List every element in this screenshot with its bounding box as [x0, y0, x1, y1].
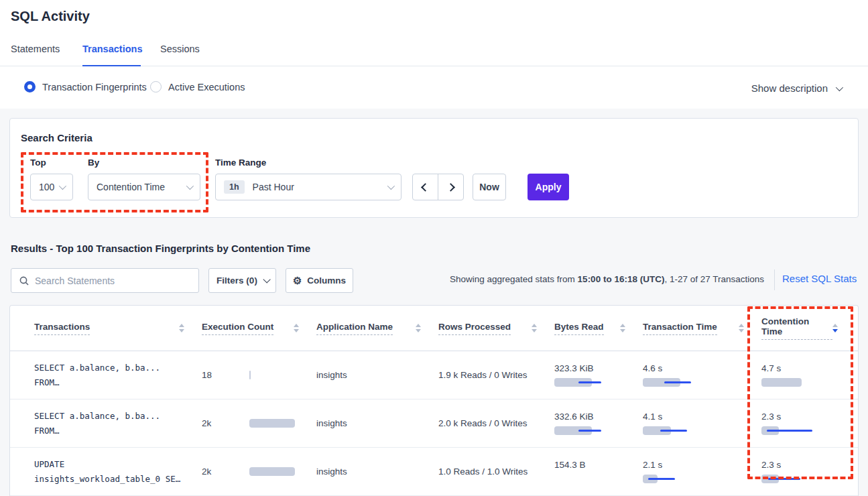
column-header-bytes-read[interactable]: Bytes Read [554, 322, 643, 335]
radio-active-executions[interactable]: Active Executions [150, 81, 245, 92]
radio-transaction-fingerprints[interactable]: Transaction Fingerprints [24, 81, 147, 92]
table-row[interactable]: SELECT a.balance, b.ba... FROM… 18 insig… [10, 351, 858, 399]
sort-icon[interactable] [179, 324, 184, 332]
contention-time-cell: 2.3 s [761, 460, 855, 484]
column-header-rows-processed[interactable]: Rows Processed [438, 322, 554, 335]
stats-prefix: Showing aggregated stats from [450, 274, 578, 284]
application-name-cell: insights [316, 370, 438, 380]
filters-label: Filters (0) [216, 275, 257, 286]
execution-count-bar [249, 419, 295, 428]
table-header-row: Transactions Execution Count Application… [10, 306, 858, 351]
application-name-cell: insights [316, 418, 438, 428]
time-nav-group [412, 174, 464, 200]
sort-icon[interactable] [416, 324, 421, 332]
table-row[interactable]: SELECT a.balance, b.ba... FROM… 2k insig… [10, 399, 858, 448]
top-label: Top [30, 158, 46, 168]
results-heading: Results - Top 100 Transaction Fingerprin… [11, 243, 310, 254]
by-select[interactable]: Contention Time [88, 174, 200, 200]
sql-fingerprint[interactable]: SELECT a.balance, b.ba... FROM… [34, 409, 202, 438]
radio-label: Active Executions [168, 82, 245, 92]
by-select-value: Contention Time [97, 182, 186, 192]
sort-icon[interactable] [620, 324, 625, 332]
apply-button[interactable]: Apply [528, 174, 569, 200]
bytes-read-cell: 154.3 B [554, 460, 643, 484]
search-criteria-heading: Search Criteria [21, 132, 92, 143]
execution-count-cell: 2k [202, 467, 316, 477]
bytes-read-cell: 332.6 KiB [554, 412, 643, 436]
rows-processed-cell: 1.0 Reads / 1.0 Writes [438, 467, 554, 477]
column-header-application-name[interactable]: Application Name [316, 322, 438, 335]
stddev-line [648, 478, 675, 481]
tab-sessions[interactable]: Sessions [160, 44, 200, 54]
stddev-line [767, 430, 812, 432]
table-row[interactable]: UPDATE insights_workload_table_0 SE… 2k … [10, 448, 858, 496]
now-button[interactable]: Now [473, 174, 506, 200]
stddev-line [578, 430, 601, 432]
sort-icon[interactable] [532, 324, 537, 332]
search-input[interactable] [35, 275, 190, 286]
stats-time-range: 15:00 to 16:18 (UTC) [578, 274, 665, 284]
search-statements-box[interactable] [11, 268, 199, 293]
column-header-transactions[interactable]: Transactions [34, 322, 202, 335]
contention-time-cell: 2.3 s [761, 412, 855, 436]
stddev-line [578, 381, 601, 384]
sql-fingerprint[interactable]: UPDATE insights_workload_table_0 SE… [34, 457, 202, 487]
next-time-button[interactable] [438, 174, 464, 200]
radio-selected-icon[interactable] [24, 81, 36, 92]
stddev-line [660, 430, 687, 432]
chevron-down-icon [387, 182, 395, 190]
transactions-table: Transactions Execution Count Application… [9, 305, 859, 496]
show-description-toggle[interactable]: Show description [751, 82, 841, 94]
view-toggle-row: Transaction Fingerprints Active Executio… [0, 66, 868, 109]
column-header-transaction-time[interactable]: Transaction Time [643, 322, 761, 335]
column-header-execution-count[interactable]: Execution Count [202, 322, 316, 335]
show-description-label: Show description [751, 82, 828, 94]
transaction-time-cell: 4.1 s [643, 412, 761, 436]
tab-statements[interactable]: Statements [11, 44, 60, 54]
search-icon [19, 276, 29, 286]
execution-count-bar [249, 467, 295, 476]
page-title: SQL Activity [11, 9, 90, 24]
chevron-right-icon [446, 183, 455, 192]
tab-bar: Statements Transactions Sessions [0, 39, 868, 66]
transaction-time-cell: 4.6 s [643, 363, 761, 387]
tab-transactions[interactable]: Transactions [82, 44, 142, 54]
time-range-select[interactable]: 1h Past Hour [215, 174, 401, 200]
divider [774, 269, 775, 290]
column-header-contention-time[interactable]: Contention Time [761, 316, 855, 340]
time-range-label: Time Range [215, 158, 266, 168]
execution-count-cell: 2k [202, 418, 316, 428]
time-range-badge: 1h [224, 180, 245, 194]
chevron-down-icon [263, 275, 270, 283]
reset-sql-stats-link[interactable]: Reset SQL Stats [782, 273, 857, 284]
top-select[interactable]: 100 [30, 174, 73, 200]
radio-label: Transaction Fingerprints [42, 82, 147, 92]
stddev-line [768, 478, 800, 481]
prev-time-button[interactable] [413, 174, 438, 200]
chevron-down-icon [836, 83, 843, 90]
chevron-down-icon [59, 182, 66, 190]
chevron-left-icon [421, 183, 430, 192]
chevron-down-icon [186, 182, 194, 190]
sort-icon[interactable] [739, 324, 744, 332]
columns-label: Columns [307, 275, 346, 286]
stats-text: Showing aggregated stats from 15:00 to 1… [402, 274, 764, 284]
execution-count-bar [249, 371, 251, 379]
filters-button[interactable]: Filters (0) [208, 268, 276, 293]
rows-processed-cell: 1.9 k Reads / 0 Writes [438, 370, 554, 380]
stddev-line [664, 381, 691, 384]
bytes-read-cell: 323.3 KiB [554, 363, 643, 387]
columns-button[interactable]: ⚙ Columns [286, 268, 353, 293]
transaction-time-cell: 2.1 s [643, 460, 761, 484]
sql-fingerprint[interactable]: SELECT a.balance, b.ba... FROM… [34, 361, 202, 390]
radio-unselected-icon[interactable] [150, 81, 162, 92]
mean-bar [761, 378, 802, 387]
rows-processed-cell: 2.0 k Reads / 0 Writes [438, 418, 554, 428]
sort-icon[interactable] [294, 324, 299, 332]
application-name-cell: insights [316, 467, 438, 477]
stats-suffix: , 1-27 of 27 Transactions [664, 274, 764, 284]
top-select-value: 100 [39, 182, 59, 192]
sort-icon-active-desc[interactable] [832, 324, 838, 332]
search-criteria-card: Search Criteria Top 100 By Contention Ti… [9, 118, 859, 218]
time-range-value: Past Hour [253, 182, 387, 192]
